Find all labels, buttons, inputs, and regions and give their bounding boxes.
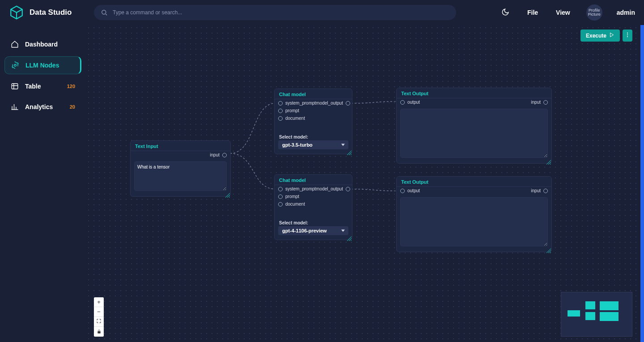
more-vertical-icon	[624, 32, 631, 39]
select-model-label: Select model:	[275, 135, 352, 139]
zoom-in-button[interactable]: +	[94, 297, 104, 307]
search-input[interactable]	[112, 9, 450, 16]
node-title: Text Output	[397, 177, 551, 186]
username: admin	[617, 9, 635, 16]
port-out-input[interactable]: input	[531, 188, 548, 193]
app-logo: Data Studio	[9, 5, 86, 20]
home-icon	[11, 40, 19, 48]
svg-point-5	[627, 36, 628, 37]
minus-icon: −	[97, 308, 101, 315]
search-icon	[100, 8, 108, 17]
canvas-wrap: Execute Text Input	[86, 25, 644, 342]
zoom-lock-button[interactable]	[94, 327, 104, 337]
svg-point-1	[14, 64, 17, 67]
gear-icon	[11, 61, 19, 69]
command-search[interactable]	[94, 5, 456, 20]
port-in-system-prompt[interactable]: system_prompt	[278, 101, 316, 106]
node-chat-model-2[interactable]: Chat model system_prompt model_output pr…	[274, 174, 352, 240]
logo-icon	[9, 5, 24, 20]
svg-rect-2	[12, 84, 18, 89]
port-out-input[interactable]: input	[531, 100, 548, 105]
port-out-model-output[interactable]: model_output	[316, 101, 350, 106]
node-text-output-2[interactable]: Text Output output input	[396, 176, 552, 252]
maximize-icon	[96, 318, 102, 325]
port-in-system-prompt[interactable]: system_prompt	[278, 186, 316, 191]
svg-rect-6	[97, 331, 100, 334]
canvas-toolbar: Execute	[580, 30, 632, 42]
node-text-output-1[interactable]: Text Output output input	[396, 88, 552, 164]
menu-file[interactable]: File	[525, 6, 540, 19]
zoom-controls: + −	[94, 297, 104, 337]
resize-handle[interactable]	[225, 191, 230, 196]
node-text-input[interactable]: Text Input input	[130, 140, 231, 197]
text-input-field[interactable]	[134, 161, 227, 191]
zoom-out-button[interactable]: −	[94, 307, 104, 317]
sidebar-item-label: LLM Nodes	[25, 62, 59, 69]
port-in-document[interactable]: document	[278, 116, 305, 121]
sidebar-item-dashboard[interactable]: Dashboard	[4, 36, 81, 53]
theme-toggle[interactable]	[500, 5, 511, 20]
sidebar-item-analytics[interactable]: Analytics 20	[4, 98, 81, 115]
sidebar-item-label: Dashboard	[25, 41, 58, 48]
node-canvas[interactable]: Execute Text Input	[86, 25, 644, 342]
port-out-model-output[interactable]: model_output	[316, 186, 350, 191]
more-button[interactable]	[623, 30, 632, 42]
sidebar-item-table[interactable]: Table 120	[4, 78, 81, 95]
port-in-prompt[interactable]: prompt	[278, 108, 299, 113]
header: Data Studio File View Profile Picture ad…	[0, 0, 644, 25]
zoom-fit-button[interactable]	[94, 317, 104, 327]
svg-point-4	[627, 34, 628, 35]
sidebar-item-llm-nodes[interactable]: LLM Nodes	[4, 56, 81, 74]
resize-handle[interactable]	[547, 247, 551, 251]
svg-point-0	[102, 10, 106, 14]
node-title: Chat model	[275, 89, 352, 99]
app-name: Data Studio	[30, 8, 72, 17]
node-title: Text Input	[131, 141, 230, 151]
sidebar: Dashboard LLM Nodes Table 120 Analytics …	[0, 25, 86, 342]
resize-handle[interactable]	[547, 158, 551, 163]
execute-label: Execute	[586, 33, 606, 39]
model-select-2[interactable]: gpt-4-1106-preview	[278, 226, 348, 235]
port-out-input[interactable]: input	[210, 152, 227, 157]
minimap[interactable]	[561, 292, 632, 337]
svg-point-3	[627, 33, 628, 34]
chart-icon	[11, 103, 19, 111]
lock-icon	[97, 329, 102, 335]
resize-handle[interactable]	[347, 235, 352, 239]
model-select-1[interactable]: gpt-3.5-turbo	[278, 140, 348, 149]
sidebar-item-label: Table	[25, 83, 41, 90]
node-title: Chat model	[275, 175, 352, 185]
sidebar-badge: 20	[70, 104, 75, 110]
node-chat-model-1[interactable]: Chat model system_prompt model_output pr…	[274, 89, 352, 154]
port-in-output[interactable]: output	[400, 100, 420, 105]
sidebar-item-label: Analytics	[25, 103, 53, 110]
port-in-output[interactable]: output	[400, 188, 420, 193]
text-output-field[interactable]	[400, 109, 548, 158]
avatar[interactable]: Profile Picture	[586, 4, 602, 21]
play-icon	[609, 32, 614, 39]
select-model-label: Select model:	[275, 220, 352, 225]
header-right: File View Profile Picture admin	[500, 4, 635, 21]
table-icon	[11, 82, 19, 90]
resize-handle[interactable]	[347, 149, 352, 153]
text-output-field[interactable]	[400, 197, 548, 246]
sidebar-badge: 120	[67, 84, 75, 89]
port-in-prompt[interactable]: prompt	[278, 194, 299, 199]
moon-icon	[501, 10, 509, 17]
execute-button[interactable]: Execute	[580, 30, 620, 42]
plus-icon: +	[97, 299, 101, 305]
port-in-document[interactable]: document	[278, 202, 305, 207]
node-title: Text Output	[397, 88, 551, 98]
menu-view[interactable]: View	[554, 6, 572, 19]
